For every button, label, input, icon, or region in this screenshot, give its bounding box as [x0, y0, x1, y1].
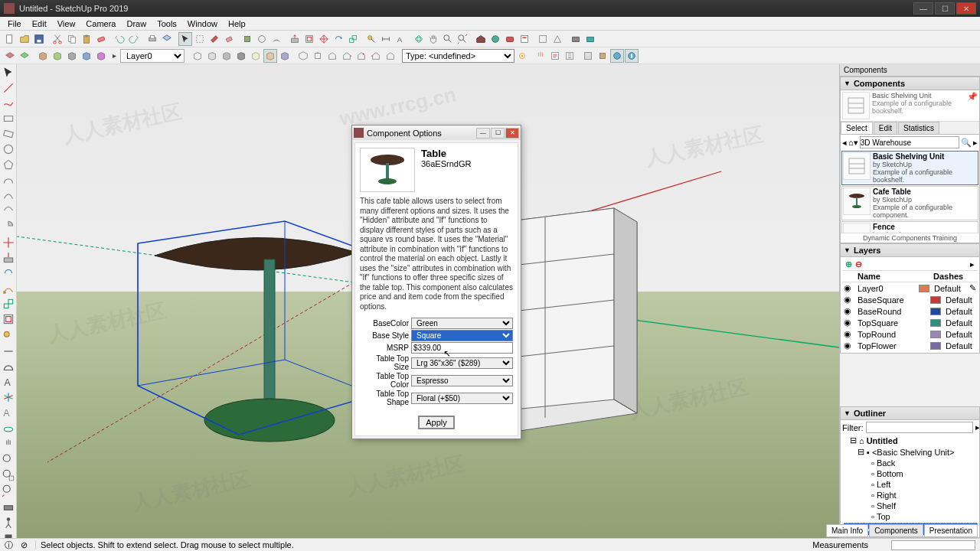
help-icon[interactable]: ⓘ	[5, 540, 13, 551]
shape-c-icon[interactable]	[220, 49, 234, 63]
list-item[interactable]: Basic Shelving Unitby SketchUpExample of…	[841, 151, 978, 185]
type-dropdown[interactable]: Type: <undefined>	[402, 49, 514, 63]
menu-file[interactable]: File	[2, 19, 27, 28]
lt-freehand-icon[interactable]	[2, 96, 15, 110]
menu-camera[interactable]: Camera	[80, 19, 121, 28]
list-item[interactable]: Fenceby SketchUp	[841, 221, 978, 233]
geo-off-icon[interactable]: ⊘	[21, 540, 28, 550]
lt-axes-icon[interactable]	[2, 390, 15, 404]
apply-button[interactable]: Apply	[418, 416, 455, 429]
maximize-button[interactable]: ☐	[935, 2, 955, 15]
msrp-input[interactable]	[411, 342, 513, 354]
dialog-max-button[interactable]: ☐	[491, 128, 505, 139]
visibility-icon[interactable]: ◉	[844, 306, 853, 316]
tree-root[interactable]: ⊟⌂Untitled	[844, 435, 978, 446]
measurements-input[interactable]	[891, 540, 975, 550]
lt-dim-icon[interactable]	[2, 344, 15, 358]
cube-d-icon[interactable]	[80, 49, 93, 63]
lt-pan-icon[interactable]	[2, 438, 15, 452]
lt-arc2-icon[interactable]	[2, 188, 15, 202]
outliner-filter-input[interactable]	[866, 422, 973, 433]
cube-e-icon[interactable]	[94, 49, 108, 63]
pin-icon[interactable]: 📌	[967, 92, 978, 119]
cube-c-icon[interactable]	[65, 49, 79, 63]
lt-pushpull-icon[interactable]	[2, 251, 15, 265]
nav-back-icon[interactable]: ◂	[842, 138, 847, 148]
shape-f-icon[interactable]	[263, 49, 277, 63]
adv-a-icon[interactable]	[581, 49, 595, 63]
lt-follow-icon[interactable]	[2, 282, 15, 295]
new-icon[interactable]	[3, 32, 17, 46]
layer-row[interactable]: ◉Layer0Default✎	[842, 282, 978, 294]
menu-help[interactable]: Help	[223, 19, 251, 28]
make-comp-icon[interactable]	[193, 32, 207, 46]
adv-b-icon[interactable]	[596, 49, 609, 63]
tree-node[interactable]: ▫Back	[844, 458, 978, 468]
rotate-icon[interactable]	[332, 32, 345, 46]
lt-polygon-icon[interactable]	[2, 158, 15, 171]
home-icon[interactable]: ⌂▾	[848, 138, 858, 148]
dialog-min-button[interactable]: —	[476, 128, 490, 139]
pushpull-icon[interactable]	[288, 32, 302, 46]
adv-d-icon[interactable]	[625, 49, 639, 63]
select-tool-icon[interactable]	[178, 32, 192, 46]
offset-icon[interactable]	[302, 32, 316, 46]
lt-arc3-icon[interactable]	[2, 204, 15, 217]
dialog-titlebar[interactable]: Component Options — ☐ ✕	[352, 126, 521, 140]
lt-line-icon[interactable]	[2, 81, 15, 95]
view-extra-icon[interactable]	[384, 49, 397, 63]
tool-a-icon[interactable]	[240, 32, 254, 46]
eraser-icon[interactable]	[222, 32, 236, 46]
lt-tape-icon[interactable]	[2, 329, 15, 343]
extra-3-icon[interactable]	[569, 32, 583, 46]
basecolor-select[interactable]: Green	[411, 318, 513, 329]
menu-edit[interactable]: Edit	[27, 19, 52, 28]
ext-icon[interactable]	[503, 32, 517, 46]
adv-c-icon[interactable]	[610, 49, 624, 63]
nav-fwd-icon[interactable]: ▸	[973, 138, 978, 148]
cube-b-icon[interactable]	[51, 49, 64, 63]
view-front-icon[interactable]	[325, 49, 339, 63]
layer-row[interactable]: ◉TopFlowerDefault	[842, 340, 978, 351]
lt-zoomwin-icon[interactable]	[2, 468, 15, 482]
dc-opts-icon[interactable]	[548, 49, 562, 63]
tree-node[interactable]: ▫Right	[844, 490, 978, 500]
layout-icon[interactable]	[518, 32, 531, 46]
menu-tools[interactable]: Tools	[152, 19, 182, 28]
visibility-icon[interactable]: ◉	[844, 329, 853, 339]
dim-icon[interactable]	[379, 32, 393, 46]
btab-maininfo[interactable]: Main Info	[826, 524, 868, 537]
lt-misc-icon[interactable]	[2, 531, 15, 538]
type-gear-icon[interactable]	[515, 49, 529, 63]
lt-move-icon[interactable]	[2, 236, 15, 249]
topcolor-select[interactable]: Espresso	[411, 375, 513, 386]
tab-edit[interactable]: Edit	[874, 122, 897, 134]
shape-d-icon[interactable]	[234, 49, 248, 63]
lt-protractor-icon[interactable]	[2, 360, 15, 373]
search-icon[interactable]: 🔍	[961, 138, 972, 148]
lt-circle-icon[interactable]	[2, 142, 15, 156]
list-item[interactable]: Cafe Tableby SketchUpExample of a config…	[841, 186, 978, 220]
tree-node[interactable]: ▫Bottom	[844, 468, 978, 479]
visibility-icon[interactable]: ◉	[844, 283, 853, 293]
lt-arc1-icon[interactable]	[2, 173, 15, 187]
layer-tool-b-icon[interactable]	[18, 49, 31, 63]
tool-b-icon[interactable]	[255, 32, 269, 46]
dc-inter-icon[interactable]	[534, 49, 547, 63]
edit-icon[interactable]: ✎	[969, 283, 976, 293]
shape-g-icon[interactable]	[278, 49, 292, 63]
print-icon[interactable]	[145, 32, 159, 46]
dc-attrs-icon[interactable]	[563, 49, 577, 63]
menu-view[interactable]: View	[52, 19, 81, 28]
tape-icon[interactable]	[364, 32, 378, 46]
paste-icon[interactable]	[80, 32, 93, 46]
layer-row[interactable]: ◉BaseSquareDefault	[842, 294, 978, 305]
paint-icon[interactable]	[207, 32, 221, 46]
lt-rotrect-icon[interactable]	[2, 127, 15, 141]
scale-icon[interactable]	[346, 32, 360, 46]
outliner-menu-icon[interactable]: ▸	[975, 422, 980, 432]
layer-menu-icon[interactable]: ▸	[970, 259, 975, 269]
layer-row[interactable]: ◉TopRoundDefault	[842, 328, 978, 340]
redo-icon[interactable]	[127, 32, 141, 46]
outliner-panel-header[interactable]: ▼Outliner	[840, 406, 980, 420]
